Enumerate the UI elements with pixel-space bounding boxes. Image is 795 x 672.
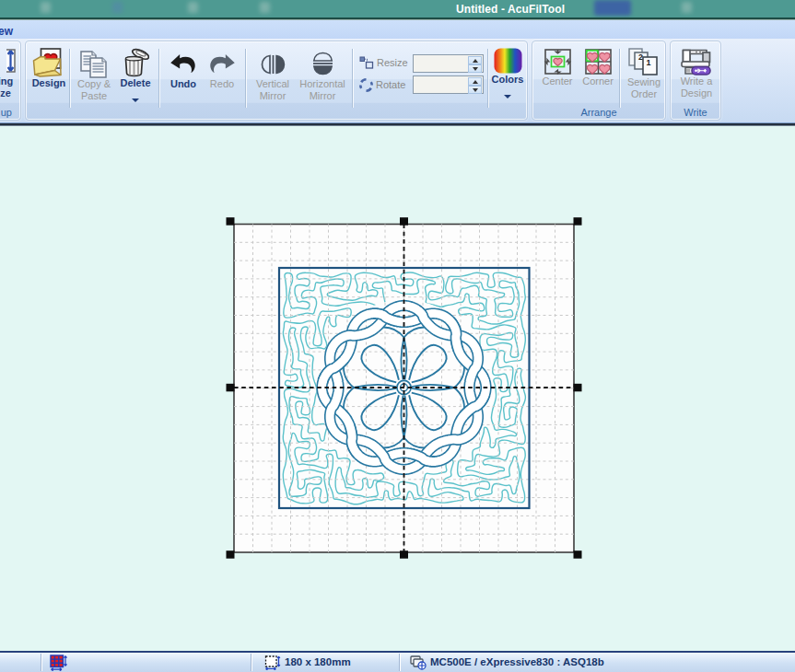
- svg-text:1: 1: [647, 58, 651, 67]
